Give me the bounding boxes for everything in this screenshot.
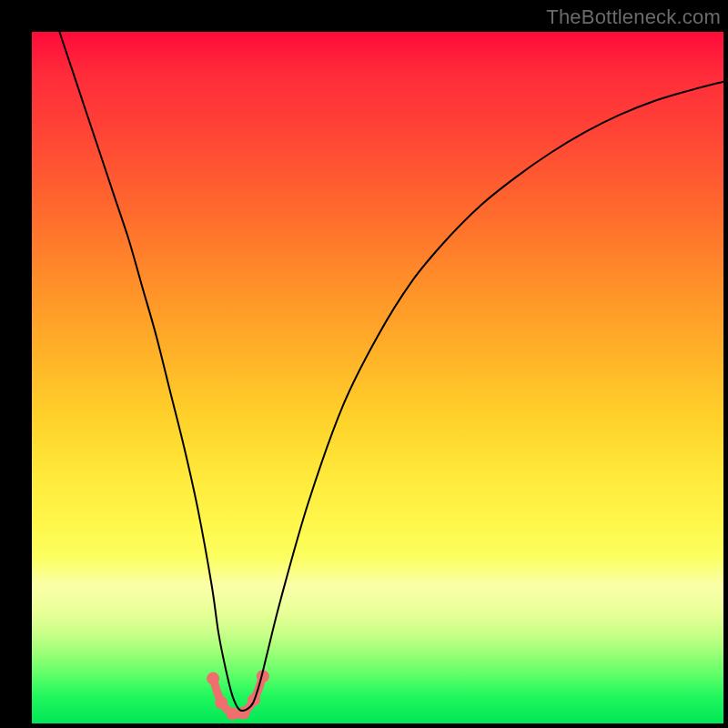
- marker-dot: [226, 707, 238, 720]
- watermark-text: TheBottleneck.com: [546, 5, 721, 29]
- chart-frame: TheBottleneck.com: [0, 0, 728, 728]
- marker-dot: [207, 672, 219, 685]
- bottleneck-curve: [59, 32, 723, 711]
- chart-svg: [32, 32, 723, 723]
- marker-dot: [215, 696, 228, 709]
